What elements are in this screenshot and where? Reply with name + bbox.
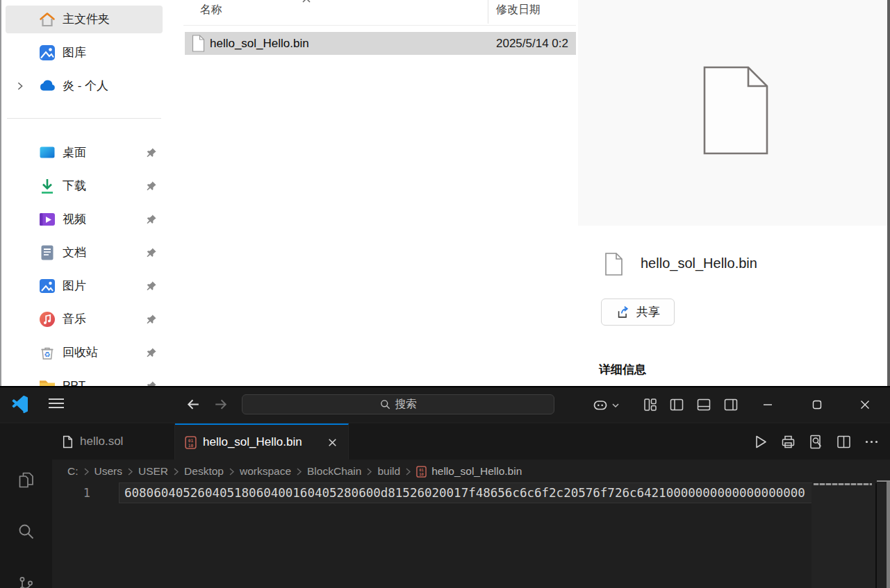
svg-text:♻: ♻: [44, 351, 51, 358]
customize-layout-icon[interactable]: [642, 396, 659, 413]
sidebar-item-documents[interactable]: 文档: [6, 239, 163, 267]
pin-icon[interactable]: [146, 214, 157, 225]
breadcrumb: C: Users USER Desktop workspace BlockCha…: [52, 460, 890, 483]
search-view-icon[interactable]: [17, 522, 35, 541]
breadcrumb-item[interactable]: Desktop: [184, 465, 224, 478]
home-icon: [38, 10, 56, 28]
share-button[interactable]: 共享: [601, 299, 675, 326]
svg-text:10: 10: [188, 442, 194, 447]
tab-hello-sol[interactable]: hello.sol: [52, 423, 175, 460]
column-header-name[interactable]: 名称: [200, 3, 222, 17]
svg-text:01: 01: [188, 437, 194, 442]
minimize-button[interactable]: [756, 393, 780, 417]
tab-hello-sol-hello-bin[interactable]: 01 10 hello_sol_Hello.bin: [175, 423, 349, 460]
binary-file-icon: 01 10: [416, 466, 427, 478]
details-heading: 详细信息: [599, 362, 646, 378]
breadcrumb-item[interactable]: build: [377, 465, 400, 478]
sidebar-item-music[interactable]: 音乐: [6, 305, 163, 333]
scrollbar-track[interactable]: [877, 483, 887, 588]
explorer-preview-pane: hello_sol_Hello.bin 共享 详细信息: [578, 0, 890, 386]
pin-icon[interactable]: [146, 314, 157, 325]
desktop-icon: [38, 144, 56, 162]
sidebar-item-label: 下载: [63, 172, 86, 200]
documents-icon: [38, 244, 56, 262]
breadcrumb-item[interactable]: C:: [67, 465, 79, 478]
chevron-right-icon: [365, 467, 374, 476]
preview-file-name: hello_sol_Hello.bin: [641, 255, 757, 271]
column-divider[interactable]: [488, 0, 488, 24]
sidebar-item-label: 图片: [63, 272, 86, 300]
vscode-logo-icon: [10, 396, 28, 413]
pin-icon[interactable]: [146, 180, 157, 192]
copilot-icon[interactable]: [592, 396, 609, 413]
forward-arrow-icon[interactable]: [212, 396, 229, 413]
vscode-tab-bar: hello.sol 01 10 hello_sol_Hello.bin: [52, 423, 890, 460]
svg-text:10: 10: [419, 471, 424, 476]
more-actions-icon[interactable]: [863, 433, 880, 451]
chevron-right-icon[interactable]: [15, 81, 25, 91]
share-label: 共享: [636, 304, 660, 320]
nav-divider: [7, 118, 161, 119]
chevron-down-icon[interactable]: [611, 401, 620, 410]
vscode-activity-bar: [0, 423, 52, 588]
sidebar-item-recycle-bin[interactable]: ♻ 回收站: [6, 339, 163, 367]
minimap[interactable]: [811, 483, 875, 588]
close-button[interactable]: [853, 393, 877, 417]
close-tab-icon[interactable]: [327, 437, 338, 448]
preview-area: [578, 0, 890, 226]
maximize-button[interactable]: [805, 393, 829, 417]
pin-icon[interactable]: [146, 280, 157, 292]
file-modified-date: 2025/5/14 0:2: [496, 32, 568, 55]
breadcrumb-item[interactable]: BlockChain: [307, 465, 361, 478]
open-preview-icon[interactable]: [807, 433, 825, 451]
sidebar-item-pictures[interactable]: 图片: [6, 272, 163, 300]
explorer-scrollbar[interactable]: [887, 0, 890, 386]
sidebar-item-gallery[interactable]: 图库: [6, 39, 163, 67]
column-header-modified[interactable]: 修改日期: [496, 3, 541, 17]
sidebar-item-label: 回收站: [63, 339, 98, 367]
sidebar-item-onedrive[interactable]: 炎 - 个人: [6, 72, 163, 100]
explorer-nav-pane: 主文件夹 图库 炎 - 个人: [1, 0, 167, 386]
pin-icon[interactable]: [146, 247, 157, 258]
sidebar-item-label: 视频: [63, 205, 86, 233]
sidebar-item-videos[interactable]: 视频: [6, 205, 163, 233]
command-center-search[interactable]: 搜索: [242, 394, 554, 414]
gallery-icon: [38, 44, 56, 62]
split-editor-icon[interactable]: [835, 433, 852, 451]
run-icon[interactable]: [752, 433, 769, 451]
header-underline: [183, 25, 576, 26]
breadcrumb-item[interactable]: hello_sol_Hello.bin: [431, 465, 522, 478]
print-icon[interactable]: [780, 433, 797, 451]
code-editor[interactable]: 1 60806040526040518060400160405280600d81…: [52, 483, 890, 588]
pictures-icon: [38, 277, 56, 295]
menu-icon[interactable]: [49, 398, 64, 410]
sidebar-item-home[interactable]: 主文件夹: [6, 6, 163, 33]
chevron-right-icon: [82, 467, 91, 476]
back-arrow-icon[interactable]: [185, 396, 202, 413]
recycle-bin-icon: ♻: [38, 344, 56, 362]
sidebar-item-downloads[interactable]: 下载: [6, 172, 163, 200]
file-explorer-window: 主文件夹 图库 炎 - 个人: [0, 0, 890, 386]
sidebar-item-label: 炎 - 个人: [63, 72, 108, 100]
minimap-line: [814, 483, 872, 485]
file-row-selected[interactable]: hello_sol_Hello.bin 2025/5/14 0:2: [185, 32, 576, 55]
source-control-view-icon[interactable]: [17, 575, 35, 588]
binary-file-icon: 01 10: [185, 436, 197, 449]
tab-label: hello_sol_Hello.bin: [203, 435, 302, 449]
breadcrumb-item[interactable]: workspace: [240, 465, 291, 478]
breadcrumb-item[interactable]: USER: [138, 465, 168, 478]
sidebar-item-desktop[interactable]: 桌面: [6, 139, 163, 167]
sidebar-item-label: 主文件夹: [63, 6, 110, 33]
sidebar-item-label: 文档: [63, 239, 86, 267]
pin-icon[interactable]: [146, 347, 157, 358]
explorer-view-icon[interactable]: [17, 471, 35, 489]
toggle-primary-sidebar-icon[interactable]: [668, 396, 685, 413]
code-line-1[interactable]: 60806040526040518060400160405280600d8152…: [124, 483, 811, 503]
pin-icon[interactable]: [146, 147, 157, 158]
breadcrumb-item[interactable]: Users: [94, 465, 122, 478]
videos-icon: [38, 210, 56, 228]
line-number: 1: [73, 483, 90, 503]
toggle-secondary-sidebar-icon[interactable]: [723, 396, 739, 413]
toggle-panel-icon[interactable]: [695, 396, 712, 413]
file-icon: [192, 35, 205, 52]
